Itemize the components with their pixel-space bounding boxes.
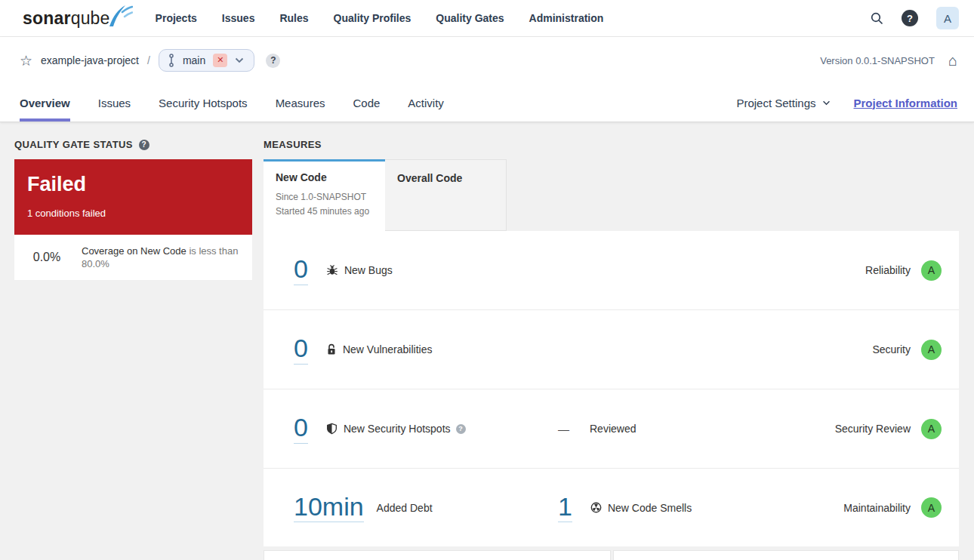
tab-new-code[interactable]: New Code Since 1.0-SNAPSHOT Started 45 m… [264,159,385,231]
overview-content: QUALITY GATE STATUS ? Failed 1 condition… [0,122,974,560]
added-debt-value[interactable]: 10min [294,494,364,523]
measure-row-hotspots: 0 New Security Hotspots ? — Reviewed [264,389,959,469]
tab-measures[interactable]: Measures [276,84,325,122]
breadcrumb-project-name[interactable]: example-java-project [41,54,139,66]
bugs-group: 0 New Bugs [294,256,558,285]
chevron-down-icon [822,100,831,106]
security-label: Security [872,343,911,355]
added-debt-label: Added Debt [377,502,433,514]
security-rating-badge[interactable]: A [921,340,942,360]
hotspots-help-icon[interactable]: ? [456,424,466,434]
new-hotspots-count[interactable]: 0 [294,414,308,444]
nav-item-administration[interactable]: Administration [529,12,604,24]
vulnerabilities-group: 0 New Vulnerabilities [294,335,558,365]
new-hotspots-label: New Security Hotspots [344,423,451,435]
logo-text-regular: qube [71,8,110,29]
new-vulnerabilities-label: New Vulnerabilities [343,343,433,355]
measures-panel: MEASURES New Code Since 1.0-SNAPSHOT Sta… [264,139,959,560]
security-review-label: Security Review [835,423,911,435]
debt-group: 10min Added Debt [294,494,558,523]
breadcrumb-right: Version 0.0.1-SNAPSHOT ⌂ [820,53,957,68]
measure-row-bugs: 0 New Bugs [264,231,959,310]
reviewed-label: Reviewed [590,423,636,435]
reviewed-value: — [558,423,569,435]
tab-activity[interactable]: Activity [408,84,444,122]
nav-item-projects[interactable]: Projects [156,12,197,24]
overall-code-tab-label: Overall Code [397,172,494,184]
shield-icon [326,423,338,435]
reliability-group: Reliability A [865,260,942,281]
bug-icon [326,264,338,276]
breadcrumb-separator: / [147,54,150,66]
reviewed-group: — Reviewed [558,423,835,435]
tab-overall-code[interactable]: Overall Code [385,159,507,231]
security-review-rating-badge[interactable]: A [921,419,942,439]
project-settings-label: Project Settings [736,97,815,109]
lower-panel-right [613,550,959,560]
avatar[interactable]: A [936,7,959,29]
new-bugs-count[interactable]: 0 [294,256,308,285]
branch-icon [168,54,175,67]
tab-overview[interactable]: Overview [20,84,70,122]
quality-gate-condition-row[interactable]: 0.0% Coverage on New Code is less than 8… [14,235,252,280]
sonarqube-logo[interactable]: sonarqube [23,8,110,29]
reliability-rating-badge[interactable]: A [921,260,942,281]
lower-panel-left [264,550,611,560]
nav-item-quality-gates[interactable]: Quality Gates [436,12,504,24]
search-icon[interactable] [871,12,883,25]
project-settings-dropdown[interactable]: Project Settings [736,97,831,109]
branch-name: main [183,54,205,66]
code-smells-group: 1 New Code Smells [558,494,843,523]
reliability-label: Reliability [865,264,911,276]
condition-text: Coverage on New Code is less than 80.0% [82,245,240,270]
measures-tabs: New Code Since 1.0-SNAPSHOT Started 45 m… [264,159,959,231]
new-code-since: Since 1.0-SNAPSHOT [276,190,373,205]
measures-list: 0 New Bugs [264,231,959,546]
version-label: Version 0.0.1-SNAPSHOT [820,55,935,66]
tabs-right: Project Settings Project Information [736,97,957,109]
branch-help-icon[interactable]: ? [266,54,280,68]
quality-gate-heading-label: QUALITY GATE STATUS [14,139,133,150]
maintainability-group: Maintainability A [843,497,942,518]
security-group: Security A [872,340,942,360]
nav-item-quality-profiles[interactable]: Quality Profiles [334,12,411,24]
new-code-smells-count[interactable]: 1 [558,494,572,523]
condition-value: 0.0% [25,251,69,264]
quality-gate-status: Failed [27,173,239,196]
code-smell-icon [590,502,602,513]
nav-item-rules[interactable]: Rules [279,12,308,24]
top-navbar: sonarqube Projects Issues Rules Quality … [0,0,974,37]
new-bugs-label: New Bugs [344,264,393,276]
quality-gate-status-banner: Failed 1 conditions failed [14,159,252,235]
maintainability-label: Maintainability [843,502,911,514]
nav-item-issues[interactable]: Issues [222,12,255,24]
branch-selector[interactable]: main ✕ [159,49,255,72]
project-header: ☆ example-java-project / main ✕ ? Versio… [0,37,974,122]
lower-panels [264,550,959,560]
chevron-down-icon [235,57,244,63]
project-information-link[interactable]: Project Information [853,97,957,109]
quality-gate-help-icon[interactable]: ? [139,140,149,150]
new-vulnerabilities-count[interactable]: 0 [294,335,308,365]
navbar-right: ? A [871,7,959,29]
favorite-star-icon[interactable]: ☆ [20,54,32,68]
tab-code[interactable]: Code [353,84,380,122]
hotspots-group: 0 New Security Hotspots ? [294,414,558,444]
maintainability-rating-badge[interactable]: A [921,497,942,518]
help-icon[interactable]: ? [902,10,918,26]
security-review-group: Security Review A [835,419,942,439]
project-tabs: Overview Issues Security Hotspots Measur… [17,84,957,122]
tab-security-hotspots[interactable]: Security Hotspots [159,84,248,122]
home-icon[interactable]: ⌂ [948,53,957,68]
quality-gate-panel: QUALITY GATE STATUS ? Failed 1 condition… [14,139,252,280]
quality-gate-summary: 1 conditions failed [27,208,239,219]
breadcrumb: ☆ example-java-project / main ✕ ? Versio… [17,37,957,84]
new-code-smells-label: New Code Smells [608,502,692,514]
measures-heading-label: MEASURES [264,139,322,150]
branch-status-close-icon[interactable]: ✕ [213,54,227,66]
measure-row-maintainability: 10min Added Debt 1 New Code Smells [264,469,959,546]
quality-gate-heading: QUALITY GATE STATUS ? [14,139,252,150]
tab-issues[interactable]: Issues [98,84,131,122]
new-code-started: Started 45 minutes ago [276,205,373,219]
logo-text-bold: sonar [23,8,71,29]
